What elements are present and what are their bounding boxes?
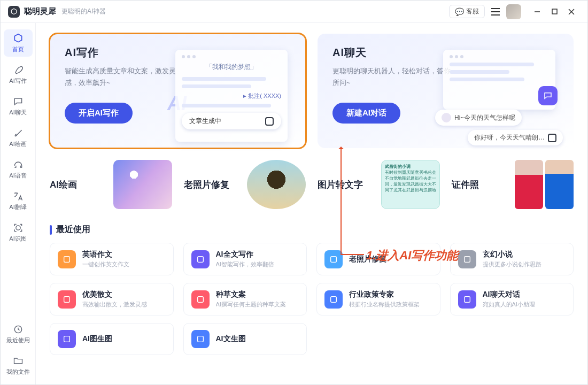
sidebar-item-vision[interactable]: AI识图 (4, 219, 33, 246)
tile-thumb (247, 160, 306, 209)
card-subtitle: AI智能写作，效率翻倍 (216, 260, 299, 268)
hero-title: AI写作 (65, 45, 183, 60)
recent-card[interactable]: AI全文写作AI智能写作，效率翻倍 (183, 243, 307, 275)
sidebar-item-label: AI翻译 (9, 203, 26, 211)
chat-fab-icon (538, 86, 558, 105)
card-title: 种草文案 (216, 290, 299, 299)
chat-user-bubble: Hi~今天的天气怎样呢 (435, 110, 522, 126)
main-content: AI写作 智能生成高质量文章和文案，激发灵感，效率飙升~ 开启AI写作 AI 「… (36, 23, 587, 384)
card-title: AI全文写作 (216, 250, 299, 259)
recent-section: 最近使用 英语作文一键创作英文作文AI全文写作AI智能写作，效率翻倍老照片修复玄… (50, 224, 574, 355)
recent-card[interactable]: AI文生图 (183, 323, 307, 355)
svg-rect-5 (464, 256, 470, 262)
card-icon (58, 250, 76, 268)
scan-icon (12, 222, 24, 234)
ocr-sample-body: 有时候到重庆随意买书总会不自觉地聊武昌街往去走一回，最近发现武昌街大大不同了龙其… (385, 170, 436, 192)
sidebar-item-label: AI写作 (9, 77, 26, 85)
card-subtitle: 提供更多小说创作思路 (483, 260, 566, 268)
svg-rect-4 (331, 256, 337, 262)
hamburger-menu-button[interactable] (490, 6, 501, 17)
tile-ai-draw[interactable]: AI绘画 (50, 160, 172, 209)
user-mini-avatar-icon (442, 113, 451, 122)
svg-rect-2 (64, 256, 70, 262)
card-subtitle: 宛如真人的AI小助理 (483, 301, 566, 309)
tile-photo-restore[interactable]: 老照片修复 (184, 160, 306, 209)
generating-label: 文章生成中 (189, 117, 221, 126)
app-logo (8, 6, 20, 18)
chat-ai-text: 你好呀，今天天气晴朗… (474, 133, 545, 142)
new-ai-chat-button[interactable]: 新建AI对话 (332, 103, 400, 124)
svg-rect-3 (197, 256, 203, 262)
chat-icon (12, 96, 24, 107)
card-subtitle: 一键创作英文作文 (82, 260, 166, 268)
customer-service-button[interactable]: 💬 客服 (449, 5, 485, 18)
recent-card[interactable]: AI聊天对话宛如真人的AI小助理 (450, 283, 574, 315)
hex-logo-icon (265, 117, 274, 126)
sidebar-item-label: AI绘画 (9, 140, 26, 148)
customer-service-label: 客服 (466, 7, 479, 16)
brush-icon (12, 127, 24, 139)
window-maximize-button[interactable] (546, 3, 563, 20)
card-subtitle: AI撰写任何主题的种草文案 (216, 301, 299, 309)
generating-pill: 文章生成中 (182, 113, 281, 129)
card-icon (191, 290, 210, 309)
sidebar-item-voice[interactable]: AI语音 (4, 156, 33, 183)
svg-rect-0 (552, 9, 557, 14)
card-title: 英语作文 (82, 250, 166, 259)
recent-card[interactable]: 英语作文一键创作英文作文 (50, 243, 174, 275)
svg-rect-7 (197, 296, 203, 302)
folder-icon (12, 355, 24, 367)
card-title: 优美散文 (82, 290, 166, 299)
annotation-text: 1.进入AI写作功能 (366, 248, 458, 264)
card-icon (191, 250, 210, 268)
card-title: 玄幻小说 (483, 250, 566, 259)
sidebar-item-label: AI聊天 (9, 109, 26, 117)
tile-ocr[interactable]: 图片转文字 武昌街的小调 有时候到重庆随意买书总会不自觉地聊武昌街往去走一回，最… (318, 160, 440, 209)
recent-card[interactable]: 种草文案AI撰写任何主题的种草文案 (183, 283, 307, 315)
start-ai-write-button[interactable]: 开启AI写作 (65, 103, 133, 124)
card-subtitle: 高效输出散文，激发灵感 (82, 301, 166, 309)
recent-card[interactable]: AI图生图 (50, 323, 174, 355)
app-tagline: 更聪明的AI神器 (61, 7, 106, 16)
tile-thumb (113, 160, 172, 209)
sidebar: 首页 AI写作 AI聊天 AI绘画 AI语音 AI翻译 AI识图 最 (1, 23, 36, 384)
sidebar-item-home[interactable]: 首页 (4, 29, 33, 57)
tile-thumb: 武昌街的小调 有时候到重庆随意买书总会不自觉地聊武昌街往去走一回，最近发现武昌街… (381, 160, 440, 209)
hero-title: AI聊天 (332, 45, 451, 60)
recent-card[interactable]: 优美散文高效输出散文，激发灵感 (50, 283, 174, 315)
card-icon (58, 290, 76, 309)
translate-icon (12, 190, 24, 202)
card-icon (458, 290, 476, 309)
tile-title: AI绘画 (50, 179, 77, 191)
card-title: AI图生图 (82, 334, 166, 344)
sidebar-item-draw[interactable]: AI绘画 (4, 124, 33, 151)
annotation-arrow (341, 148, 342, 255)
home-icon (12, 33, 24, 44)
hero-ai-chat[interactable]: AI聊天 更聪明的聊天机器人，轻松对话，答你所问~ 新建AI对话 (318, 34, 574, 148)
card-subtitle: 根据行业名称提供政策框架 (349, 301, 432, 309)
app-brand: 聪明灵犀 (24, 6, 56, 17)
sidebar-item-write[interactable]: AI写作 (4, 61, 33, 88)
section-heading: 最近使用 (56, 224, 90, 235)
card-icon (324, 290, 343, 309)
user-avatar[interactable] (506, 4, 521, 19)
sidebar-item-files[interactable]: 我的文件 (4, 352, 33, 379)
mock-editor-window: 「我和我的梦想」 ▸ 批注( XXXX) 文章生成中 (175, 50, 288, 142)
window-close-button[interactable] (563, 3, 580, 20)
title-bar: 聪明灵犀 更聪明的AI神器 💬 客服 (1, 1, 587, 23)
sidebar-item-chat[interactable]: AI聊天 (4, 93, 33, 120)
svg-rect-6 (64, 296, 70, 302)
ocr-sample-title: 武昌街的小调 (385, 164, 411, 169)
sidebar-item-recent[interactable]: 最近使用 (4, 320, 33, 348)
tile-title: 老照片修复 (184, 179, 229, 191)
history-icon (12, 324, 24, 335)
recent-card[interactable]: 行业政策专家根据行业名称提供政策框架 (316, 283, 440, 315)
card-title: AI聊天对话 (483, 290, 566, 299)
card-title: 行业政策专家 (349, 290, 432, 299)
recent-card[interactable]: 玄幻小说提供更多小说创作思路 (450, 243, 574, 275)
window-minimize-button[interactable] (529, 3, 546, 20)
chat-user-text: Hi~今天的天气怎样呢 (454, 113, 515, 122)
tile-id-photo[interactable]: 证件照 (452, 160, 574, 209)
hero-ai-write[interactable]: AI写作 智能生成高质量文章和文案，激发灵感，效率飙升~ 开启AI写作 AI 「… (50, 34, 306, 148)
sidebar-item-translate[interactable]: AI翻译 (4, 187, 33, 214)
